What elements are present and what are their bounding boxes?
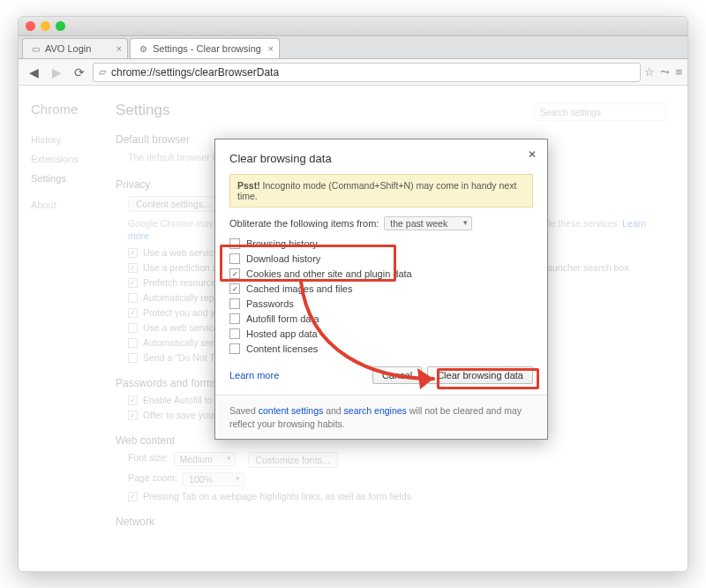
tab-label: AVO Login: [45, 43, 91, 54]
tab-settings[interactable]: ⚙ Settings - Clear browsing ×: [130, 38, 280, 58]
cancel-button[interactable]: Cancel: [372, 366, 422, 384]
browser-window: ▭ AVO Login × ⚙ Settings - Clear browsin…: [18, 16, 688, 572]
clear-option-checkbox[interactable]: [229, 253, 240, 264]
learn-more-link[interactable]: Learn more: [229, 370, 279, 381]
dialog-close-icon[interactable]: ✕: [528, 148, 537, 161]
close-tab-icon[interactable]: ×: [116, 43, 122, 54]
star-icon[interactable]: ☆: [644, 65, 655, 79]
clear-option-checkbox[interactable]: [229, 328, 240, 339]
gear-favicon-icon: ⚙: [138, 43, 148, 54]
clear-option-checkbox[interactable]: [229, 238, 240, 249]
clear-option-label: Cookies and other site and plugin data: [246, 268, 412, 279]
search-engines-link[interactable]: search engines: [344, 405, 407, 416]
clear-option-checkbox[interactable]: ✓: [229, 283, 240, 294]
tip-strong: Psst!: [237, 180, 260, 191]
omnibox[interactable]: ▱ chrome://settings/clearBrowserData: [93, 63, 641, 82]
dialog-title: Clear browsing data: [229, 152, 533, 165]
clear-option-label: Content licenses: [246, 343, 318, 354]
clear-browsing-data-button[interactable]: Clear browsing data: [427, 366, 533, 384]
tab-strip: ▭ AVO Login × ⚙ Settings - Clear browsin…: [19, 36, 687, 59]
forward-button[interactable]: ▶: [47, 63, 66, 82]
titlebar: [19, 17, 687, 36]
close-window-icon[interactable]: [26, 21, 35, 31]
page-icon: ▱: [99, 66, 106, 78]
note-text: Saved: [229, 405, 259, 416]
close-tab-icon[interactable]: ×: [267, 43, 273, 54]
tip-text: Incognito mode (Command+Shift+N) may com…: [237, 180, 516, 201]
extension-icon[interactable]: ⤳: [660, 65, 670, 79]
clear-option-checkbox[interactable]: [229, 343, 240, 354]
clear-option-label: Cached images and files: [246, 283, 352, 294]
dialog-note: Saved content settings and search engine…: [215, 395, 547, 439]
clear-option-label: Browsing history: [246, 238, 318, 249]
minimize-window-icon[interactable]: [41, 21, 50, 31]
content-settings-link[interactable]: content settings: [259, 405, 324, 416]
clear-option-label: Download history: [246, 253, 320, 264]
clear-option-label: Hosted app data: [246, 328, 318, 339]
clear-option-checkbox[interactable]: ✓: [229, 268, 240, 279]
obliterate-label: Obliterate the following items from:: [229, 218, 379, 229]
incognito-tip: Psst! Incognito mode (Command+Shift+N) m…: [229, 174, 533, 207]
traffic-lights: [26, 21, 65, 31]
clear-browsing-data-dialog: ✕ Clear browsing data Psst! Incognito mo…: [214, 139, 548, 440]
back-button[interactable]: ◀: [24, 63, 43, 82]
zoom-window-icon[interactable]: [56, 21, 65, 31]
clear-option-checkbox[interactable]: [229, 313, 240, 324]
menu-icon[interactable]: ≡: [675, 65, 682, 79]
time-range-select[interactable]: the past week: [384, 216, 472, 230]
tab-avo-login[interactable]: ▭ AVO Login ×: [22, 38, 128, 58]
clear-option-label: Autofill form data: [246, 313, 319, 324]
toolbar: ◀ ▶ ⟳ ▱ chrome://settings/clearBrowserDa…: [19, 59, 687, 86]
omnibox-text: chrome://settings/clearBrowserData: [111, 66, 279, 79]
tab-label: Settings - Clear browsing: [153, 43, 261, 54]
reload-button[interactable]: ⟳: [70, 63, 89, 82]
clear-option-checkbox[interactable]: [229, 298, 240, 309]
page-favicon-icon: ▭: [30, 43, 41, 54]
note-text: and: [323, 405, 343, 416]
clear-option-label: Passwords: [246, 298, 294, 309]
